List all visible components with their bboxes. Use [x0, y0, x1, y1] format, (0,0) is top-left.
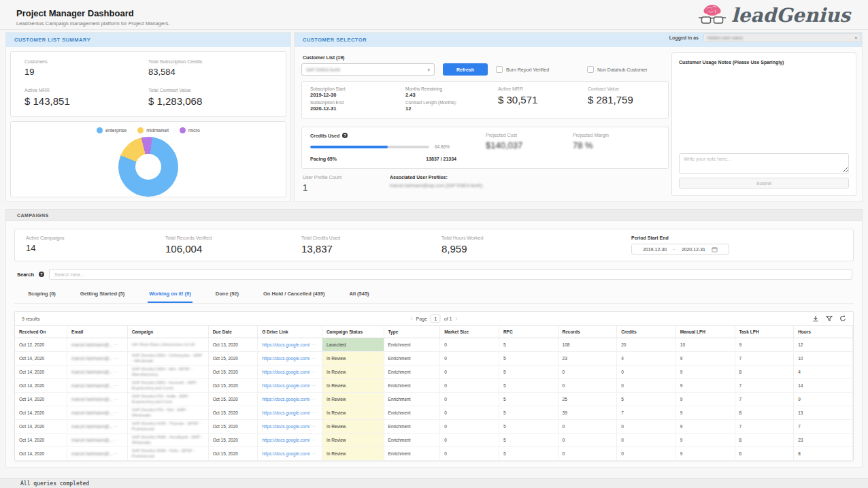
campaign-status-badge: Launched	[322, 338, 384, 352]
gdrive-link[interactable]: https://docs.google.com/	[262, 383, 310, 388]
table-row[interactable]: Oct 12, 2020marcel.hartmann@... ···UKI R…	[15, 338, 853, 352]
date-range-picker[interactable]: 2019-12-30 ~ 2020-12-31	[631, 244, 729, 255]
column-header[interactable]: Credits	[617, 326, 676, 338]
gdrive-link[interactable]: https://docs.google.com/	[262, 397, 310, 402]
prev-page-icon[interactable]: ‹	[410, 315, 412, 322]
rpc-cell: 5	[499, 379, 558, 393]
type-cell: Enrichment	[384, 434, 440, 447]
column-header[interactable]: Records	[558, 326, 617, 338]
tab-getting-started[interactable]: Getting Started (5)	[79, 287, 126, 303]
pacing-label: Pacing 65%	[310, 157, 337, 161]
stat-projected-cost: Projected Cost $140,037	[486, 133, 573, 163]
tab-all[interactable]: All (545)	[348, 287, 370, 303]
gdrive-link[interactable]: https://docs.google.com/	[262, 424, 310, 429]
burn-report-verified-checkbox[interactable]: Burn Report Verified	[496, 66, 549, 73]
tab-scoping[interactable]: Scoping (0)	[27, 287, 57, 303]
table-row[interactable]: Oct 14, 2020marcel.hartmann@... ···SAP (…	[15, 352, 853, 365]
gdrive-link[interactable]: https://docs.google.com/	[262, 438, 310, 442]
table-row[interactable]: Oct 14, 2020marcel.hartmann@... ···SAP (…	[15, 434, 853, 447]
records-cell: 0	[558, 365, 617, 379]
rpc-cell: 5	[499, 406, 558, 420]
gdrive-link[interactable]: https://docs.google.com/	[262, 356, 310, 361]
gdrive-link[interactable]: https://docs.google.com/	[262, 370, 310, 374]
type-cell: Enrichment	[384, 447, 440, 461]
filter-icon[interactable]	[826, 315, 833, 322]
credits-cell: 20	[617, 338, 676, 352]
due-date-cell: Oct 15, 2020	[208, 434, 258, 447]
legend-midmarket[interactable]: midmarket	[137, 127, 169, 133]
email-cell: marcel.hartmann@... ···	[67, 447, 128, 461]
page-number-input[interactable]	[431, 314, 441, 323]
due-date-cell: Oct 15, 2020	[208, 420, 258, 434]
download-icon[interactable]	[812, 315, 819, 322]
logged-in-user-select[interactable]: hidden user name ▾	[703, 33, 861, 42]
tab-done[interactable]: Done (92)	[214, 287, 240, 303]
task-lph-cell: 8	[735, 434, 794, 447]
customer-select[interactable]: SAP EMEA North ▾	[301, 63, 435, 76]
column-header[interactable]: Due Date	[208, 326, 258, 338]
table-row[interactable]: Oct 14, 2020marcel.hartmann@... ···SAP (…	[15, 447, 853, 461]
legend-enterprise[interactable]: enterprise	[97, 127, 127, 133]
due-date-cell: Oct 15, 2020	[208, 365, 258, 379]
manual-lph-cell: 9	[675, 352, 735, 365]
rpc-cell: 5	[499, 434, 558, 447]
table-row[interactable]: Oct 14, 2020marcel.hartmann@... ···SAP (…	[15, 393, 853, 406]
column-header[interactable]: Manual LPH	[675, 326, 735, 338]
campaign-status-badge: In Review	[322, 434, 384, 447]
type-cell: Enrichment	[384, 352, 440, 365]
info-icon[interactable]: ?	[342, 133, 348, 138]
column-header[interactable]: Received On	[15, 326, 67, 338]
usage-note-input[interactable]	[679, 153, 849, 174]
submit-note-button[interactable]: Submit	[679, 178, 849, 189]
next-page-icon[interactable]: ›	[456, 315, 458, 322]
table-row[interactable]: Oct 14, 2020marcel.hartmann@... ···SAP (…	[15, 365, 853, 379]
column-header[interactable]: Hours	[794, 326, 853, 338]
gdrive-link[interactable]: https://docs.google.com/	[262, 451, 310, 456]
refresh-icon[interactable]	[839, 315, 846, 322]
column-header[interactable]: Email	[67, 326, 128, 338]
task-lph-cell: 7	[735, 352, 794, 365]
column-header[interactable]: G Drive Link	[258, 326, 322, 338]
column-header[interactable]: Market Size	[440, 326, 499, 338]
info-icon[interactable]: ?	[39, 272, 44, 277]
column-header[interactable]: Campaign Status	[322, 326, 384, 338]
g-drive-link-cell: https://docs.google.com/ ···	[258, 379, 322, 393]
table-row[interactable]: Oct 14, 2020marcel.hartmann@... ···SAP (…	[15, 379, 853, 393]
legend-micro[interactable]: micro	[180, 127, 200, 133]
brand-logo: leadGenius	[698, 4, 850, 27]
chevron-down-icon: ▾	[427, 67, 430, 72]
column-header[interactable]: Type	[384, 326, 440, 338]
column-header[interactable]: RPC	[499, 326, 558, 338]
column-header[interactable]: Task LPH	[735, 326, 794, 338]
usage-notes-card: Customer Usage Notes (Please Use Sparing…	[671, 52, 856, 196]
type-cell: Enrichment	[384, 338, 440, 352]
g-drive-link-cell: https://docs.google.com/ ···	[258, 420, 322, 434]
received-on-cell: Oct 14, 2020	[15, 352, 67, 365]
blurred-text: UKI Ross Ryan Lifesciences 12-10	[132, 342, 204, 348]
stat-total-subscription-credits: Total Subscription Credits 83,584	[148, 59, 272, 79]
credits-fraction: 13837 / 21334	[426, 157, 456, 161]
market-size-cell: 0	[440, 420, 499, 434]
gdrive-link[interactable]: https://docs.google.com/	[262, 410, 310, 415]
type-cell: Enrichment	[384, 420, 440, 434]
refresh-button[interactable]: Refresh	[443, 63, 488, 76]
subscription-card: Subscription Start: 2019-12-30 Subscript…	[301, 81, 669, 119]
non-datahub-customer-checkbox[interactable]: Non Datahub Customer	[587, 66, 648, 73]
period-end-value: 2020-12-31	[682, 247, 705, 252]
brand-wordmark: leadGenius	[731, 6, 850, 25]
gdrive-link[interactable]: https://docs.google.com/	[262, 342, 310, 347]
tab-on-hold-cancelled[interactable]: On Hold / Cancelled (439)	[262, 287, 326, 303]
tab-working-on-it[interactable]: Working on it! (9)	[148, 287, 193, 303]
truncation-icon: ···	[310, 370, 316, 374]
search-input[interactable]	[49, 269, 852, 280]
column-header[interactable]: Campaign	[127, 326, 208, 338]
table-row[interactable]: Oct 14, 2020marcel.hartmann@... ···SAP (…	[15, 420, 853, 434]
campaign-status-badge: In Review	[322, 393, 384, 406]
manual-lph-cell: 9	[675, 365, 735, 379]
truncation-icon: ···	[310, 342, 316, 347]
blurred-text: SAP (Nordic) FIN - Siiri - ERP - Wholesa…	[132, 408, 204, 418]
truncation-icon: ···	[113, 397, 118, 402]
records-cell: 108	[558, 338, 617, 352]
blurred-text: marcel.hartmann@...	[71, 397, 113, 402]
table-row[interactable]: Oct 14, 2020marcel.hartmann@... ···SAP (…	[15, 406, 853, 420]
